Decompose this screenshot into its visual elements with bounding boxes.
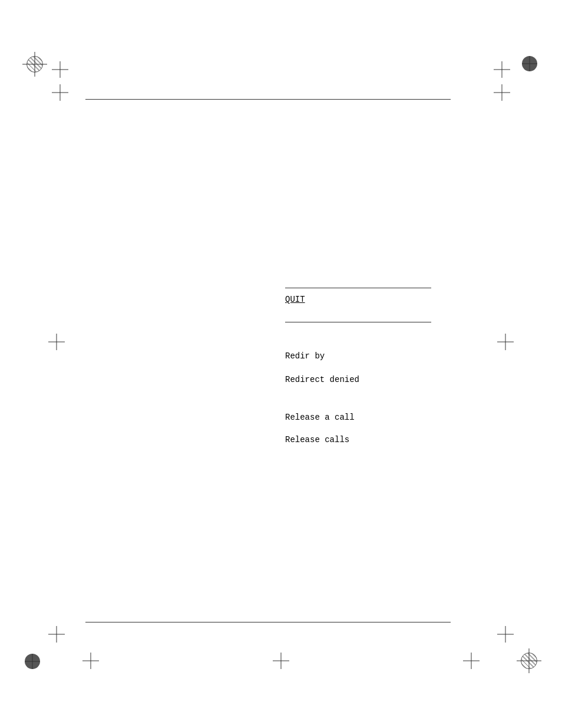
redir-by-label: Redir by <box>285 351 325 361</box>
reg-mark-tr-cross2 <box>494 84 510 101</box>
reg-mark-tl-cross1 <box>52 61 68 78</box>
bottom-rule <box>85 622 451 622</box>
reg-mark-bc-cross <box>273 653 289 669</box>
mid-rule-top <box>285 288 431 288</box>
reg-mark-br-circle <box>521 653 537 669</box>
reg-mark-ml-cross <box>48 334 65 350</box>
reg-mark-bl-circle <box>25 654 40 669</box>
reg-mark-tr-circle <box>522 56 537 71</box>
reg-mark-bl-cross1 <box>48 626 65 643</box>
top-rule <box>85 99 451 100</box>
reg-mark-bl-cross2 <box>82 653 99 669</box>
quit-label: QUIT <box>285 295 305 304</box>
reg-mark-br-cross1 <box>463 653 480 669</box>
release-calls-label: Release calls <box>285 435 349 444</box>
reg-mark-tr-cross1 <box>494 61 510 78</box>
mid-rule-bottom <box>285 322 431 322</box>
reg-mark-mr-cross <box>497 334 514 350</box>
page: QUIT Redir by Redirect denied Release a … <box>0 0 562 728</box>
redirect-denied-label: Redirect denied <box>285 375 359 384</box>
reg-mark-tl-circle <box>27 56 43 73</box>
reg-mark-tl-cross2 <box>52 84 68 101</box>
reg-mark-br-cross2 <box>497 626 514 643</box>
release-a-call-label: Release a call <box>285 413 355 422</box>
